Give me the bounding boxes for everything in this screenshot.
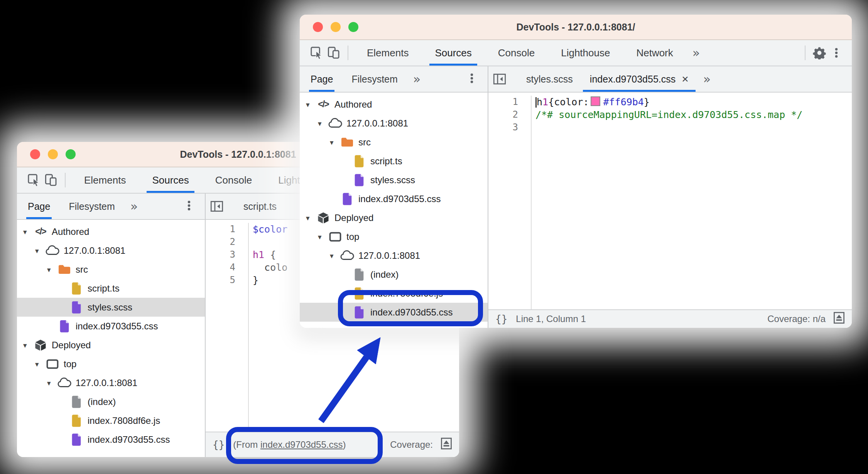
device-toolbar-icon[interactable] [325,44,342,61]
eject-panel-icon[interactable] [441,437,452,452]
device-toolbar-icon[interactable] [42,172,59,189]
expand-arrow-icon[interactable]: ▾ [330,138,340,147]
tree-item-authored[interactable]: ▾</>Authored [300,95,488,114]
more-tabs-icon[interactable]: » [124,199,144,214]
sidebar-tab-page[interactable]: Page [19,194,59,219]
eject-panel-icon[interactable] [833,312,845,326]
code-icon: </> [316,99,331,110]
expand-arrow-icon[interactable]: ▾ [306,214,316,222]
pretty-print-icon[interactable]: {} [213,439,225,450]
tree-item-index-7808df6e-js[interactable]: index.7808df6e.js [17,411,205,430]
editor-tab-strip: styles.scssindex.d9703d55.css× » [488,66,852,93]
file-yellow-icon [352,287,366,300]
editor-tabs: script.ts [235,194,285,219]
tab-sources[interactable]: Sources [139,167,202,193]
code-line: } [253,274,287,287]
tree-item-src[interactable]: ▾src [17,260,205,279]
tree-item-index[interactable]: (index) [300,265,488,284]
tree-item-127-0-0-1-8081[interactable]: ▾127.0.0.1:8081 [17,241,205,260]
tree-item-authored[interactable]: ▾</>Authored [17,222,205,241]
zoom-window-button[interactable] [348,22,358,32]
tree-item-label: index.d9703d55.css [370,307,453,318]
more-tabs-icon[interactable]: » [407,72,427,86]
tab-network[interactable]: Network [623,40,686,66]
tree-item-index-d9703d55-css[interactable]: index.d9703d55.css [17,317,205,336]
line-number-gutter: 123 [488,96,532,309]
tree-item-script-ts[interactable]: script.ts [300,152,488,170]
expand-arrow-icon[interactable]: ▾ [306,100,316,109]
more-editor-tabs-icon[interactable]: » [697,72,717,86]
inspect-element-icon[interactable] [308,44,325,61]
tree-item-index-d9703d55-css[interactable]: index.d9703d55.css [300,303,488,322]
expand-arrow-icon[interactable]: ▾ [35,246,45,255]
code-line [535,121,802,134]
expand-arrow-icon[interactable]: ▾ [318,233,328,241]
tab-elements[interactable]: Elements [71,167,139,193]
cursor-position-label: Line 1, Column 1 [516,314,586,324]
tree-item-styles-scss[interactable]: styles.scss [300,170,488,189]
expand-arrow-icon[interactable]: ▾ [318,119,328,128]
tree-item-deployed[interactable]: ▾Deployed [300,208,488,227]
tree-item-label: 127.0.0.1:8081 [76,378,137,388]
zoom-window-button[interactable] [66,149,76,159]
tree-item-top[interactable]: ▾top [300,227,488,246]
close-tab-icon[interactable]: × [682,73,689,85]
screenshot-stage: DevTools - 127.0.0.1:8081 ElementsSource… [0,0,868,474]
cube-icon [316,212,331,224]
tab-sources[interactable]: Sources [422,40,485,66]
tree-item-script-ts[interactable]: script.ts [17,279,205,298]
more-panels-icon[interactable]: » [686,46,706,60]
line-number: 5 [206,274,248,287]
pretty-print-icon[interactable]: {} [495,313,507,325]
minimize-window-button[interactable] [331,22,341,32]
toggle-navigator-icon[interactable] [210,201,223,212]
tree-item-127-0-0-1-8081[interactable]: ▾127.0.0.1:8081 [300,114,488,133]
expand-arrow-icon[interactable]: ▾ [23,341,33,349]
expand-arrow-icon[interactable]: ▾ [23,228,33,236]
tree-item-styles-scss[interactable]: styles.scss [17,298,205,317]
sidebar-tab-filesystem[interactable]: Filesystem [342,66,407,92]
code-editor[interactable]: 123 h1{color:#ff69b4}/*# sourceMappingUR… [488,93,852,309]
editor-tab-script-ts[interactable]: script.ts [235,194,285,219]
tab-console[interactable]: Console [202,167,265,193]
editor-tab-styles-scss[interactable]: styles.scss [518,66,581,92]
toggle-navigator-icon[interactable] [493,73,506,85]
sidebar-tab-filesystem[interactable]: Filesystem [59,194,124,219]
close-window-button[interactable] [313,22,323,32]
tree-item-index-7808df6e-js[interactable]: index.7808df6e.js [300,284,488,303]
tree-item-index-d9703d55-css[interactable]: index.d9703d55.css [17,430,205,449]
tree-item-index-d9703d55-css[interactable]: index.d9703d55.css [300,189,488,208]
tree-item-top[interactable]: ▾top [17,354,205,373]
code-line: $color [253,223,287,236]
tree-item-deployed[interactable]: ▾Deployed [17,336,205,354]
tree-item-127-0-0-1-8081[interactable]: ▾127.0.0.1:8081 [300,246,488,265]
sidebar-tab-page[interactable]: Page [301,66,342,92]
file-purple-icon [57,320,72,333]
expand-arrow-icon[interactable]: ▾ [330,251,340,260]
expand-arrow-icon[interactable]: ▾ [47,265,57,274]
inspect-element-icon[interactable] [25,172,42,189]
tab-console[interactable]: Console [485,40,548,66]
mapped-from-link[interactable]: index.d9703d55.css [260,439,343,450]
editor-tab-index-d9703d55-css[interactable]: index.d9703d55.css× [581,66,697,92]
kebab-menu-icon[interactable] [466,72,478,86]
tree-item-127-0-0-1-8081[interactable]: ▾127.0.0.1:8081 [17,373,205,392]
close-window-button[interactable] [30,149,40,159]
tab-elements[interactable]: Elements [354,40,422,66]
titlebar[interactable]: DevTools - 127.0.0.1:8081/ [300,15,852,40]
tab-lighthouse[interactable]: Lighthouse [548,40,623,66]
settings-gear-icon[interactable] [811,44,828,61]
minimize-window-button[interactable] [48,149,58,159]
tree-item-label: index.d9703d55.css [88,434,170,445]
tree-item-label: 127.0.0.1:8081 [358,250,420,261]
kebab-menu-icon[interactable] [183,199,195,213]
kebab-menu-icon[interactable] [828,44,845,61]
tree-item-label: styles.scss [88,302,132,313]
expand-arrow-icon[interactable]: ▾ [35,360,45,368]
expand-arrow-icon[interactable]: ▾ [47,379,57,387]
color-swatch[interactable] [591,96,600,106]
tree-item-label: script.ts [88,283,120,294]
line-number: 1 [206,223,248,236]
tree-item-index[interactable]: (index) [17,392,205,411]
tree-item-src[interactable]: ▾src [300,133,488,152]
